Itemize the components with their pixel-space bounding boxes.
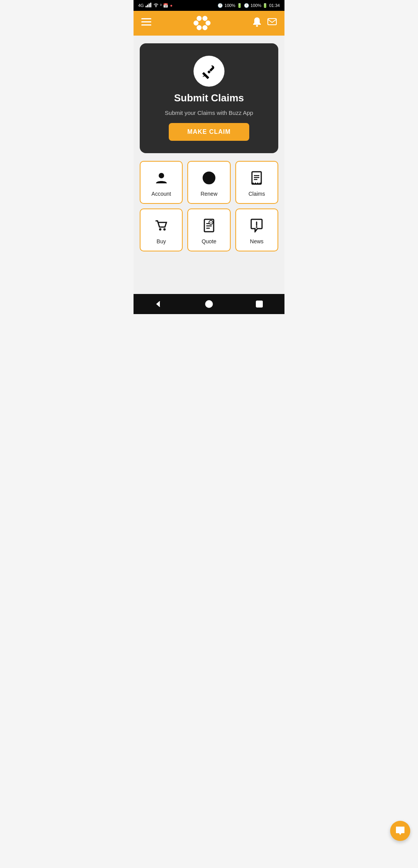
- quote-icon: ≡: [202, 219, 216, 234]
- claims-menu-icon: [250, 171, 264, 187]
- renew-label: Renew: [200, 191, 218, 197]
- svg-rect-3: [150, 3, 151, 7]
- make-claim-button[interactable]: MAKE CLAIM: [169, 123, 249, 141]
- menu-item-quote[interactable]: ≡ Quote: [187, 208, 230, 251]
- svg-point-30: [256, 226, 257, 228]
- status-left: 4G ³ 📅 ●: [138, 3, 173, 8]
- menu-item-news[interactable]: News: [235, 208, 278, 251]
- svg-point-8: [256, 25, 258, 27]
- claims-icon-circle: [194, 56, 224, 87]
- svg-text:$: $: [207, 175, 211, 181]
- menu-item-buy[interactable]: Buy: [140, 208, 183, 251]
- menu-item-account[interactable]: Account: [140, 161, 183, 204]
- svg-rect-10: [202, 72, 209, 79]
- notification-button[interactable]: [253, 17, 261, 29]
- sim-icon: ³: [160, 3, 162, 8]
- status-bar: 4G ³ 📅 ● 🕐 100% 🔋 🕐 100% 🔋 01:34: [134, 0, 284, 11]
- logo-dot: [197, 16, 202, 21]
- news-label: News: [250, 238, 264, 244]
- svg-rect-1: [147, 5, 148, 7]
- quote-label: Quote: [202, 238, 216, 244]
- battery-icon: 🔋: [237, 3, 242, 8]
- account-icon: [154, 171, 168, 187]
- svg-point-22: [163, 228, 166, 231]
- calendar-icon: 📅: [163, 3, 168, 8]
- logo-dot: [197, 25, 202, 30]
- svg-rect-5: [141, 18, 151, 19]
- svg-rect-32: [256, 301, 262, 307]
- svg-rect-9: [268, 19, 276, 25]
- menu-button[interactable]: [141, 18, 151, 28]
- alarm-icon: 🕐: [218, 3, 223, 8]
- renew-icon: $: [202, 171, 216, 187]
- wifi-icon: [153, 3, 159, 8]
- news-icon: [250, 219, 264, 234]
- time: 🕐 100% 🔋 01:34: [244, 3, 280, 8]
- svg-point-31: [206, 301, 212, 308]
- bottom-navigation: [134, 294, 284, 314]
- menu-grid: Account $ Renew: [140, 161, 278, 251]
- header-actions: [253, 17, 277, 29]
- svg-rect-0: [146, 6, 147, 7]
- logo-dot: [194, 21, 199, 26]
- svg-rect-2: [149, 3, 150, 7]
- recent-apps-button[interactable]: [252, 296, 267, 312]
- logo-dot: [202, 25, 207, 30]
- logo-dot: [202, 16, 207, 21]
- back-button[interactable]: [151, 296, 166, 312]
- svg-rect-7: [141, 24, 151, 26]
- claims-label: Claims: [248, 191, 265, 197]
- menu-item-renew[interactable]: $ Renew: [187, 161, 230, 204]
- svg-text:≡: ≡: [210, 221, 212, 224]
- svg-rect-12: [207, 70, 211, 73]
- logo-dot: [206, 21, 211, 26]
- claims-card: Submit Claims Submit your Claims with Bu…: [140, 43, 278, 153]
- header: [134, 11, 284, 36]
- buy-label: Buy: [157, 238, 166, 244]
- status-right: 🕐 100% 🔋 🕐 100% 🔋 01:34: [218, 3, 280, 8]
- battery-percent: 100%: [224, 3, 235, 8]
- svg-rect-6: [141, 21, 151, 22]
- menu-item-claims[interactable]: Claims: [235, 161, 278, 204]
- home-button[interactable]: [201, 296, 217, 312]
- svg-point-21: [159, 228, 161, 231]
- app-icon: ●: [170, 3, 173, 8]
- message-button[interactable]: [267, 18, 277, 28]
- app-logo: [194, 16, 211, 31]
- claims-card-subtitle: Submit your Claims with Buzz App: [165, 109, 253, 116]
- main-content: Submit Claims Submit your Claims with Bu…: [134, 36, 284, 294]
- svg-point-4: [155, 6, 156, 7]
- signal-icon: 4G: [138, 3, 144, 8]
- network-bars: [146, 3, 152, 8]
- buy-icon: [154, 219, 168, 234]
- account-label: Account: [151, 191, 171, 197]
- claims-card-title: Submit Claims: [174, 92, 244, 104]
- svg-point-13: [159, 173, 164, 178]
